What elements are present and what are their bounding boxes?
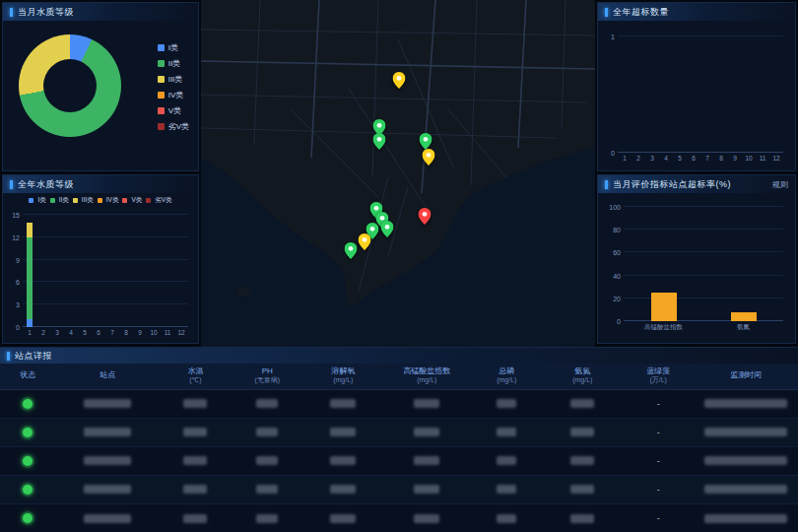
- time-cell: [695, 389, 798, 418]
- status-cell: [0, 475, 56, 503]
- legend-swatch: [29, 198, 33, 203]
- legend-item[interactable]: I类: [158, 42, 189, 53]
- legend-item[interactable]: 劣V类: [146, 196, 171, 205]
- x-axis-label: 5: [678, 156, 682, 163]
- legend-item[interactable]: V类: [158, 105, 189, 116]
- y-axis-label: 40: [613, 272, 621, 279]
- station-row[interactable]: -: [0, 503, 798, 532]
- donut-legend: I类II类III类IV类V类劣V类: [158, 42, 189, 132]
- pin-icon: [423, 149, 435, 166]
- x-axis-label: 12: [177, 330, 184, 337]
- map-pin-warning[interactable]: [423, 149, 435, 166]
- map-pin-normal[interactable]: [345, 242, 358, 259]
- redacted-value: [497, 485, 516, 494]
- gridline: [23, 259, 188, 260]
- map-base: [201, 0, 595, 347]
- legend-item[interactable]: 劣V类: [158, 121, 189, 132]
- value-cell: [232, 446, 303, 475]
- gridline: [23, 303, 188, 304]
- status-indicator: [23, 485, 33, 495]
- station-row[interactable]: -: [0, 418, 798, 446]
- y-axis-label: 100: [609, 204, 621, 211]
- legend-item[interactable]: IV类: [98, 196, 119, 205]
- legend-item[interactable]: III类: [158, 74, 189, 85]
- value-cell: [56, 389, 160, 418]
- column-header: 水温(℃): [160, 364, 232, 389]
- panel-title: 站点详报: [15, 350, 52, 363]
- x-axis-label: 7: [705, 156, 709, 163]
- station-row[interactable]: -: [0, 389, 798, 418]
- panel-title: 当月水质等级: [18, 6, 74, 19]
- redacted-value: [570, 399, 594, 408]
- panel-header: 当月水质等级: [3, 3, 198, 21]
- map-pin-normal[interactable]: [381, 221, 394, 237]
- legend-item[interactable]: V类: [122, 196, 142, 205]
- status-indicator: [23, 428, 33, 437]
- year-quality-chart: 03691215123456789101112: [23, 215, 188, 327]
- x-axis-label: 8: [124, 330, 128, 337]
- value-cell: [543, 418, 623, 446]
- value-cell: [303, 475, 383, 503]
- value-cell: [543, 475, 623, 503]
- panel-title: 全年水质等级: [18, 178, 74, 191]
- column-unit: (mg/L): [471, 376, 543, 385]
- algae-cell: -: [623, 389, 695, 418]
- redacted-value: [414, 456, 439, 465]
- legend-label: IV类: [168, 90, 184, 100]
- map-island: [236, 287, 250, 297]
- redacted-value: [570, 456, 594, 465]
- value-cell: [56, 503, 160, 532]
- column-header: PH(无量纲): [232, 364, 303, 389]
- map-pin-normal[interactable]: [373, 133, 386, 150]
- map-pin-warning[interactable]: [393, 72, 406, 89]
- panel-title: 当月评价指标站点超标率(%): [613, 178, 731, 191]
- redacted-value: [330, 428, 356, 436]
- y-axis-label: 20: [613, 295, 621, 301]
- value-cell: [471, 389, 543, 418]
- stacked-bar-segment: [27, 237, 33, 320]
- redacted-value: [330, 456, 356, 465]
- rate-bar: [731, 312, 757, 321]
- map[interactable]: [201, 0, 595, 347]
- donut-chart: [19, 34, 121, 137]
- rules-link[interactable]: 规则: [772, 179, 788, 190]
- status-cell: [0, 389, 56, 418]
- x-axis-label: 2: [41, 330, 45, 337]
- y-axis-label: 1: [611, 33, 615, 40]
- map-pin-alarm[interactable]: [419, 208, 432, 225]
- redacted-value: [84, 428, 131, 436]
- value-cell: [303, 418, 383, 446]
- redacted-value: [256, 399, 278, 408]
- legend-item[interactable]: II类: [158, 58, 189, 69]
- legend-item[interactable]: I类: [29, 196, 45, 205]
- y-axis-label: 15: [12, 212, 20, 219]
- time-cell: [695, 418, 798, 446]
- status-cell: [0, 418, 56, 446]
- x-axis-label: 8: [719, 156, 723, 163]
- panel-station-table: 站点详报 状态站点水温(℃)PH(无量纲)溶解氧(mg/L)高锰酸盐指数(mg/…: [0, 347, 798, 532]
- legend-item[interactable]: III类: [73, 196, 94, 205]
- legend-label: III类: [168, 74, 183, 85]
- map-pin-normal[interactable]: [420, 133, 432, 150]
- station-row[interactable]: -: [0, 446, 798, 475]
- legend-item[interactable]: II类: [50, 196, 69, 205]
- redacted-value: [414, 514, 439, 523]
- value-cell: [56, 475, 160, 503]
- legend-label: V类: [168, 105, 181, 116]
- status-cell: [0, 446, 56, 475]
- map-pin-warning[interactable]: [359, 233, 371, 250]
- x-axis-label: 6: [692, 156, 696, 163]
- y-axis-label: 80: [613, 227, 621, 233]
- redacted-value: [497, 514, 516, 523]
- station-row[interactable]: -: [0, 475, 798, 503]
- x-axis-label: 1: [623, 156, 627, 163]
- x-axis-label: 9: [138, 330, 142, 337]
- column-unit: (万/L): [623, 376, 695, 385]
- legend-swatch: [158, 92, 165, 99]
- legend-item[interactable]: IV类: [158, 90, 189, 100]
- legend-swatch: [73, 198, 78, 203]
- redacted-value: [414, 485, 439, 494]
- redacted-value: [256, 456, 278, 465]
- value-cell: [160, 418, 232, 446]
- value-cell: [471, 475, 543, 503]
